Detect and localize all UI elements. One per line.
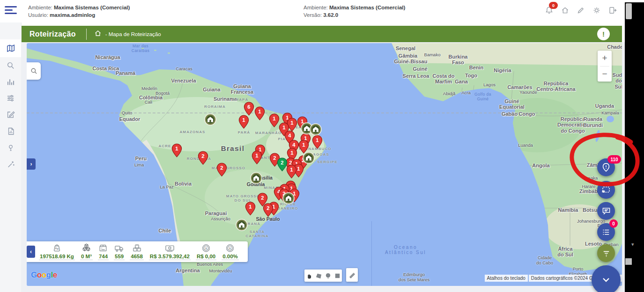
map-pin-red[interactable]: 1 [245,202,256,217]
svg-text:1: 1 [273,116,275,121]
map-marker-depot[interactable] [310,123,322,137]
svg-text:2: 2 [201,153,204,159]
ambiente-value: Maxima Sistemas (Comercial) [54,5,130,10]
rectangle-tool-icon[interactable] [333,271,341,280]
map-pin-red[interactable]: 1 [238,115,249,131]
svg-text:Kg: Kg [55,247,59,250]
breadcrumb-home-icon[interactable] [94,30,102,39]
svg-text:1: 1 [290,150,293,156]
scrollbar-button[interactable] [625,258,632,265]
map-pin-red[interactable]: 1 [254,106,265,122]
svg-text:1: 1 [258,109,261,114]
module-titlebar: Roteirização - Mapa de Roteirização ! [21,26,622,42]
window-edge-strip: ▾ [625,0,644,292]
notification-badge: 0 [549,2,558,9]
svg-text:4: 4 [288,133,291,138]
search-icon [30,67,37,75]
hand-tool-icon[interactable] [305,271,313,280]
map-marker-depot[interactable] [236,219,248,233]
map-marker-depot[interactable] [282,192,295,206]
hamburger-menu-icon[interactable] [5,6,17,15]
sidebar-item-report[interactable] [0,123,21,139]
svg-text:4: 4 [292,142,296,148]
map-pin-red[interactable]: 1 [286,165,297,180]
environment-info-2: Ambiente: Maxima Sistemas (Comercial) Ve… [303,4,405,19]
vertical-scrollbar[interactable] [626,3,632,19]
zoom-out-button[interactable]: − [598,67,612,82]
sidebar-item-edit[interactable] [0,106,21,123]
stat-total-value-value: R$ 3.579.392,42 [149,254,191,260]
svg-text:1: 1 [290,167,293,172]
page-title: Roteirização [30,30,76,38]
cubes-icon [81,243,92,253]
banknote-icon [164,243,175,253]
map-pin-red[interactable]: 2 [198,151,208,167]
pin-alert-icon [601,162,611,172]
exit-icon[interactable] [607,5,618,16]
sidebar-item-route-tool[interactable] [0,156,21,172]
keyboard-shortcuts-link[interactable]: Atalhos do teclado [485,275,528,282]
sidebar-item-search[interactable] [0,57,21,74]
ruler-icon [348,271,356,279]
scrollbar-arrow-icon: ▾ [631,241,634,247]
map-marker-depot[interactable] [204,113,216,127]
polygon-tool-icon[interactable] [314,271,323,280]
ruler-tool-button[interactable] [346,268,358,282]
gear-icon[interactable] [591,5,602,16]
stat-items-value: 4658 [130,254,144,260]
circle-tool-icon[interactable] [324,271,332,280]
area-select-fab[interactable] [597,181,615,199]
map-marker-depot[interactable] [250,172,262,186]
pencil-icon[interactable] [575,5,586,16]
map-pin-red[interactable]: 2 [216,163,227,179]
map-pin-red[interactable]: 1 [312,135,323,151]
stats-collapse-button[interactable]: ‹ [27,246,35,258]
top-header: Ambiente: Maxima Sistemas (Comercial) Us… [0,0,625,22]
stat-trucks-value: 559 [114,254,125,260]
ambiente2-label: Ambiente: [303,5,328,10]
filter-fab[interactable] [597,244,615,262]
stat-orders-value: 744 [98,254,109,260]
sidebar-item-map[interactable] [0,39,21,57]
ambiente-label: Ambiente: [28,5,52,10]
svg-text:$: $ [205,247,207,250]
chat-fab[interactable] [597,202,615,220]
weight-icon: Kg [52,243,62,253]
map-marker-depot[interactable] [303,152,315,166]
collapse-fab[interactable] [592,265,621,292]
sidebar-item-route-filters[interactable] [0,90,21,106]
svg-text:2: 2 [261,195,264,201]
svg-text:1: 1 [175,146,178,151]
filter-icon [601,248,611,258]
header-actions: 0 [543,5,618,16]
map-pin-red[interactable]: 1 [171,143,182,159]
locations-fab-badge: 110 [607,155,621,164]
usuario-value: maxima.adminlog [50,12,95,18]
sidebar-item-statistics[interactable] [0,74,21,90]
stat-weight: Kg 197518.69 Kg [39,243,75,260]
route-stats-bar: ‹ Kg 197518.69 Kg 0 M³ 744 559 4658 [27,241,248,262]
boxes-icon [132,243,142,253]
map-search-button[interactable] [27,62,41,80]
routing-map[interactable]: Mar das CaraíbasNicaráguaCosta RicaPanam… [27,43,622,286]
zoom-in-button[interactable]: + [598,51,612,66]
package-icon [98,243,108,253]
list-fab-badge: 0 [609,219,618,228]
panel-expand-handle[interactable]: › [27,158,36,170]
chat-icon [601,206,611,216]
stat-volume: 0 M³ [80,243,93,260]
map-pin-red[interactable]: 1 [252,150,262,166]
left-sidebar [0,22,22,292]
edge-top [625,0,644,2]
map-pin-red[interactable]: 1 [269,113,280,129]
alert-button[interactable]: ! [597,28,610,40]
bell-icon[interactable]: 0 [543,5,555,16]
map-drawing-toolbar [304,270,342,282]
stat-discount-value: R$ 0,00 [196,254,216,260]
sidebar-item-location[interactable] [0,139,21,156]
breadcrumb: - Mapa de Roteirização [105,31,161,37]
svg-text:1: 1 [302,142,305,148]
map-pin-green[interactable]: 2 [277,157,288,173]
map-pin-red[interactable]: 2 [263,203,274,219]
home-icon[interactable] [559,5,570,16]
